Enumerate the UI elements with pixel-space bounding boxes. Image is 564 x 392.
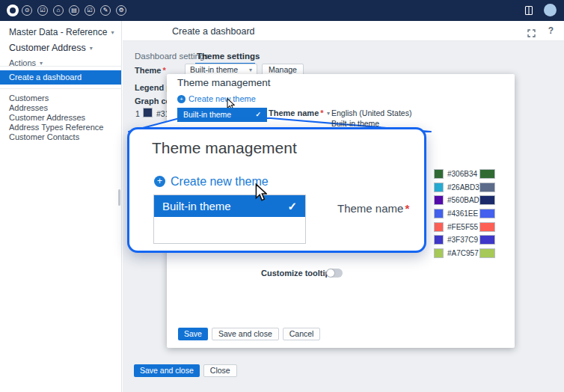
color-swatch-secondary[interactable] — [479, 222, 495, 232]
palette-row: #306B34 — [434, 169, 498, 179]
sidebar-scrollbar[interactable] — [118, 189, 120, 206]
settings-glyph: ⚙ — [117, 6, 126, 15]
divider — [0, 88, 122, 89]
graph-color-row-index: 1 — [135, 109, 140, 118]
page-save-and-close-button[interactable]: Save and close — [134, 364, 200, 377]
color-swatch-secondary[interactable] — [479, 235, 495, 245]
palette-row: #560BAD — [434, 195, 498, 205]
theme-list-item-label: Built-in theme — [183, 108, 231, 122]
help-book-icon[interactable] — [524, 5, 534, 16]
theme-dropdown-value: Built-in theme — [190, 65, 238, 74]
page-close-button[interactable]: Close — [203, 364, 237, 377]
palette-row: #4361EE — [434, 209, 498, 218]
color-swatch-secondary[interactable] — [479, 209, 495, 218]
chevron-down-icon: ▾ — [111, 29, 114, 36]
required-mark: * — [162, 66, 165, 75]
color-hex-label: #3F37C9 — [447, 236, 478, 244]
sidebar-item-create-dashboard[interactable]: Create a dashboard — [0, 70, 121, 85]
sidebar-item-customers[interactable]: Customers — [0, 94, 121, 103]
user-avatar[interactable] — [544, 4, 557, 16]
sidebar: Master Data - Reference▾ Customer Addres… — [0, 21, 122, 392]
dialog-footer: Save Save and close Cancel — [178, 328, 320, 340]
expand-icon[interactable] — [527, 27, 536, 35]
home-icon[interactable]: ⌂ — [53, 5, 64, 16]
page-title: Create a dashboard — [172, 26, 255, 37]
color-hex-label: #FE5F55 — [447, 223, 478, 231]
tab-theme-settings[interactable]: Theme settings — [197, 52, 260, 61]
color-hex-label: #306B34 — [447, 170, 477, 178]
zoom-callout: Theme management + Create new theme Buil… — [127, 127, 426, 253]
page-header: Create a dashboard ? — [123, 21, 564, 41]
app-window: ⊙ ☑ ⌂ ▤ ☑ ✎ ⚙ Master Data - Reference▾ C… — [0, 0, 564, 392]
language-selector[interactable]: English (United States) — [331, 108, 411, 117]
create-new-theme-link[interactable]: Create new theme — [188, 94, 256, 103]
page-footer: Save and close Close — [134, 364, 237, 377]
tasks-glyph: ☑ — [38, 6, 47, 15]
plus-icon: + — [177, 95, 186, 103]
color-hex-label: #26ABD3 — [447, 183, 479, 192]
chevron-down-icon: ▾ — [90, 45, 93, 52]
color-swatch-secondary[interactable] — [479, 195, 495, 205]
color-swatch[interactable] — [434, 222, 444, 232]
dialog-save-button[interactable]: Save — [178, 328, 208, 340]
customize-tooltip-label: Customize tooltip — [261, 269, 330, 278]
app-logo-icon[interactable] — [7, 4, 19, 16]
callout-theme-list: Built-in theme ✓ — [153, 195, 306, 244]
divider — [0, 66, 122, 67]
home-glyph: ⌂ — [54, 6, 63, 15]
dialog-title: Theme management — [177, 77, 271, 88]
color-hex-label: #4361EE — [447, 209, 478, 218]
check-icon: ✓ — [287, 195, 297, 217]
theme-name-label: Theme name* — [269, 108, 324, 117]
theme-list-item-built-in[interactable]: Built-in theme ✓ — [177, 108, 267, 122]
color-swatch-secondary[interactable] — [479, 169, 495, 179]
color-swatch[interactable] — [434, 248, 444, 258]
color-swatch-secondary[interactable] — [479, 248, 495, 258]
approvals-glyph: ☑ — [85, 6, 94, 15]
palette-row: #3F37C9 — [434, 235, 498, 245]
color-swatch[interactable] — [434, 183, 444, 192]
help-icon[interactable]: ? — [548, 25, 554, 36]
palette-row: #FE5F55 — [434, 222, 498, 232]
section-label: Customer Address — [9, 43, 86, 53]
check-icon: ✓ — [255, 108, 261, 122]
clock-icon[interactable]: ⊙ — [22, 5, 32, 16]
toggle-knob — [327, 269, 334, 277]
callout-theme-name-label: Theme name* — [337, 202, 409, 215]
sidebar-item-customer-contacts[interactable]: Customer Contacts — [0, 132, 121, 142]
approvals-icon[interactable]: ☑ — [85, 5, 95, 16]
dialog-save-and-close-button[interactable]: Save and close — [212, 328, 279, 340]
callout-create-new-theme-link[interactable]: Create new theme — [171, 175, 269, 189]
callout-theme-list-item-built-in[interactable]: Built-in theme ✓ — [154, 195, 305, 217]
documents-icon[interactable]: ▤ — [69, 5, 79, 16]
settings-icon[interactable]: ⚙ — [116, 5, 126, 16]
chevron-down-icon: ▾ — [327, 110, 330, 117]
color-swatch[interactable] — [434, 209, 444, 218]
topbar: ⊙ ☑ ⌂ ▤ ☑ ✎ ⚙ — [0, 0, 564, 21]
color-swatch[interactable] — [434, 235, 444, 245]
required-mark: * — [405, 202, 409, 215]
sidebar-item-address-types-reference[interactable]: Address Types Reference — [0, 123, 121, 132]
section-selector[interactable]: Customer Address▾ — [9, 43, 93, 53]
tasks-icon[interactable]: ☑ — [37, 5, 48, 16]
sidebar-item-addresses[interactable]: Addresses — [0, 103, 121, 113]
color-swatch[interactable] — [434, 169, 444, 179]
color-swatch-secondary[interactable] — [479, 183, 495, 192]
customize-tooltip-toggle[interactable] — [326, 269, 343, 278]
design-glyph: ✎ — [101, 6, 110, 15]
dialog-cancel-button[interactable]: Cancel — [283, 328, 321, 340]
color-hex-label: #560BAD — [447, 196, 479, 204]
required-mark: * — [320, 108, 323, 117]
workplace-selector[interactable]: Master Data - Reference▾ — [9, 27, 114, 37]
palette-row: #26ABD3 — [434, 183, 498, 192]
documents-glyph: ▤ — [70, 6, 79, 15]
theme-field-label: Theme* — [135, 66, 166, 75]
sidebar-item-customer-addresses[interactable]: Customer Addresses — [0, 113, 121, 123]
graph-color-swatch[interactable] — [143, 108, 153, 117]
callout-theme-list-item-label: Built-in theme — [162, 195, 231, 217]
color-swatch[interactable] — [434, 195, 444, 205]
color-hex-label: #A7C957 — [447, 249, 479, 257]
design-icon[interactable]: ✎ — [100, 5, 111, 16]
clock-glyph: ⊙ — [22, 6, 31, 15]
plus-icon: + — [154, 176, 165, 187]
